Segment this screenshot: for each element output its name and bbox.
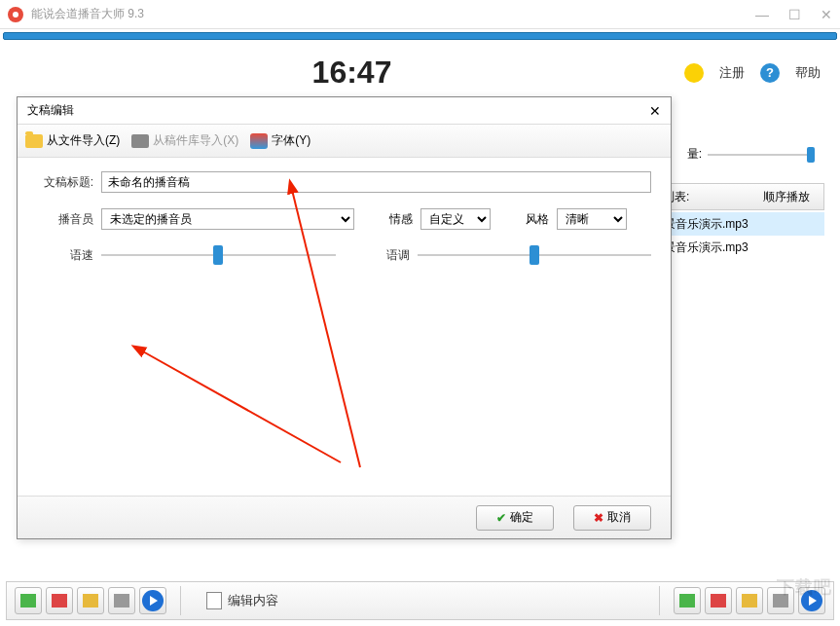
app-icon xyxy=(8,7,23,22)
edit-content-label[interactable]: 编辑内容 xyxy=(206,592,278,609)
bottom-toolbar: 编辑内容 xyxy=(6,581,834,620)
list-button-2[interactable] xyxy=(736,587,763,614)
dialog-close-button[interactable]: ✕ xyxy=(649,103,661,119)
window-title: 能说会道播音大师 9.3 xyxy=(31,6,144,22)
remove-button-2[interactable] xyxy=(705,587,732,614)
speed-slider[interactable] xyxy=(101,245,336,265)
dialog-title: 文稿编辑 xyxy=(27,102,74,119)
emotion-label: 情感 xyxy=(389,211,413,228)
dialog-title-bar: 文稿编辑 ✕ xyxy=(18,97,671,125)
add-button-2[interactable] xyxy=(674,587,701,614)
help-icon[interactable]: ? xyxy=(760,63,780,83)
style-label: 风格 xyxy=(526,211,549,228)
folder-icon xyxy=(25,134,43,148)
list-item[interactable]: 背景音乐演示.mp3 xyxy=(648,236,824,259)
dialog-body: 文稿标题: 播音员 未选定的播音员 情感 自定义 风格 清晰 语速 语调 xyxy=(18,158,671,294)
doc-title-label: 文稿标题: xyxy=(37,174,93,191)
smiley-icon xyxy=(684,63,704,83)
dialog-toolbar: 从文件导入(Z) 从稿件库导入(X) 字体(Y) xyxy=(18,125,671,158)
tone-slider[interactable] xyxy=(418,245,652,265)
emotion-select[interactable]: 自定义 xyxy=(420,208,491,230)
playlist-header: 列表: 顺序播放 xyxy=(648,183,824,210)
play-mode[interactable]: 顺序播放 xyxy=(763,189,810,205)
maximize-button[interactable]: ☐ xyxy=(788,7,801,22)
announcer-label: 播音员 xyxy=(37,211,93,228)
close-button[interactable]: ✕ xyxy=(821,7,832,22)
play-button[interactable] xyxy=(139,587,166,614)
volume-slider[interactable] xyxy=(708,154,815,156)
dialog-footer: ✔确定 ✖取消 xyxy=(18,496,671,538)
library-icon xyxy=(131,134,149,148)
speed-label: 语速 xyxy=(37,247,93,264)
font-button[interactable]: 字体(Y) xyxy=(250,132,310,149)
import-file-button[interactable]: 从文件导入(Z) xyxy=(25,132,120,149)
accent-bar xyxy=(3,32,837,40)
announcer-select[interactable]: 未选定的播音员 xyxy=(101,208,354,230)
remove-button[interactable] xyxy=(46,587,73,614)
tone-label: 语调 xyxy=(375,247,410,264)
header: 16:47 注册 ? 帮助 xyxy=(0,43,840,98)
import-library-button[interactable]: 从稿件库导入(X) xyxy=(131,132,238,149)
clock-display: 16:47 xyxy=(312,55,392,91)
volume-row: 量: xyxy=(687,146,815,163)
style-select[interactable]: 清晰 xyxy=(557,208,627,230)
file-list: 背景音乐演示.mp3 背景音乐演示.mp3 xyxy=(648,212,824,259)
list-item[interactable]: 背景音乐演示.mp3 xyxy=(648,212,824,236)
add-button[interactable] xyxy=(15,587,42,614)
doc-title-input[interactable] xyxy=(101,171,651,193)
document-edit-dialog: 文稿编辑 ✕ 从文件导入(Z) 从稿件库导入(X) 字体(Y) 文稿标题: 播音… xyxy=(17,96,672,539)
watermark: 下载吧 xyxy=(777,575,832,599)
cancel-button[interactable]: ✖取消 xyxy=(573,505,651,531)
help-link[interactable]: 帮助 xyxy=(795,64,821,82)
register-link[interactable]: 注册 xyxy=(719,64,745,82)
list-button[interactable] xyxy=(77,587,104,614)
title-bar: 能说会道播音大师 9.3 — ☐ ✕ xyxy=(0,0,840,29)
config-button[interactable] xyxy=(108,587,135,614)
font-icon xyxy=(250,133,268,149)
window-controls: — ☐ ✕ xyxy=(755,7,832,22)
minimize-button[interactable]: — xyxy=(755,7,769,22)
volume-label: 量: xyxy=(687,146,702,163)
ok-button[interactable]: ✔确定 xyxy=(476,505,554,531)
document-icon xyxy=(206,592,222,609)
